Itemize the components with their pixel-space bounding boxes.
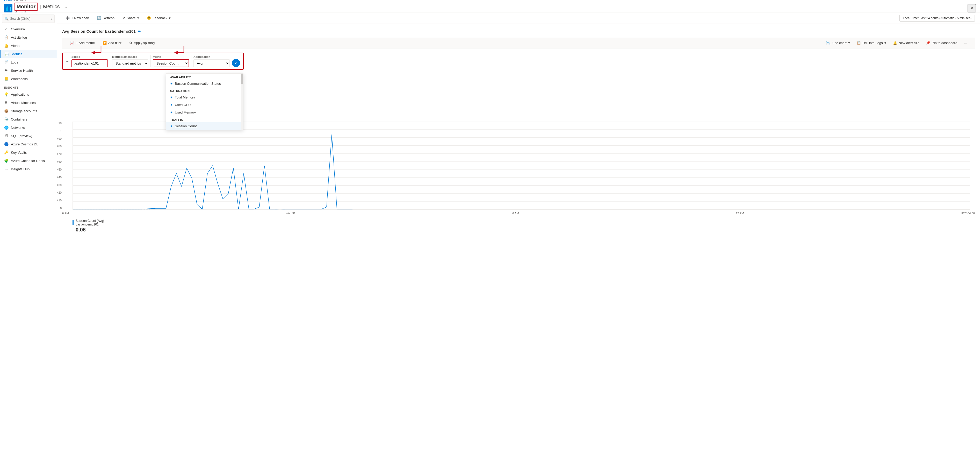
sidebar-item-containers[interactable]: 🐳 Containers bbox=[0, 115, 57, 123]
dropdown-category-saturation: SATURATION bbox=[166, 87, 243, 94]
time-range-button[interactable]: Local Time: Last 24 hours (Automatic - 5… bbox=[899, 15, 975, 22]
namespace-select[interactable]: Standard metrics bbox=[112, 59, 148, 67]
nav-icon-metrics: 📊 bbox=[5, 52, 9, 56]
collapse-button[interactable]: « bbox=[51, 17, 52, 21]
nav-label-containers: Containers bbox=[11, 117, 27, 121]
line-chart-button[interactable]: 📉 Line chart ▾ bbox=[823, 40, 853, 46]
title-bar: Home > Monitor Monitor | bbox=[0, 0, 980, 13]
add-metric-button[interactable]: 📈 + Add metric bbox=[67, 40, 98, 46]
dropdown-content: AVAILABILITY✦ Bastion Communication Stat… bbox=[166, 73, 243, 130]
new-alert-button[interactable]: 🔔 New alert rule bbox=[890, 40, 922, 46]
sidebar-item-alerts[interactable]: 🔔 Alerts bbox=[0, 41, 57, 50]
edit-title-button[interactable]: ✏ bbox=[138, 29, 141, 33]
sidebar-item-service-health[interactable]: ❤ Service Health bbox=[0, 66, 57, 75]
sidebar-item-metrics[interactable]: 📊 Metrics bbox=[0, 50, 57, 58]
metric-item-icon: ✦ bbox=[170, 103, 173, 107]
chart-canvas bbox=[73, 121, 970, 210]
add-metric-icon: 📈 bbox=[70, 41, 74, 45]
x-axis-label: 6 PM bbox=[62, 212, 69, 215]
nav-label-insights-hub: Insights Hub bbox=[11, 167, 30, 171]
metric-item-icon: ✦ bbox=[170, 82, 173, 86]
x-axis-label: UTC-04:00 bbox=[961, 212, 975, 215]
metric-item-icon: ✦ bbox=[170, 124, 173, 128]
scope-input[interactable] bbox=[72, 59, 108, 67]
drill-logs-button[interactable]: 📋 Drill into Logs ▾ bbox=[854, 40, 889, 46]
sidebar-item-workbooks[interactable]: 📒 Workbooks bbox=[0, 75, 57, 83]
feedback-button[interactable]: 🙂 Feedback ▾ bbox=[143, 14, 174, 22]
app-logo bbox=[4, 4, 13, 13]
x-axis-label: Wed 31 bbox=[286, 212, 296, 215]
metric-item-icon: ✦ bbox=[170, 96, 173, 99]
chart-title-row: Avg Session Count for bastiondemo101 ✏ bbox=[62, 29, 975, 33]
y-axis-label: 0.80 bbox=[57, 145, 62, 148]
metric-item-icon: ✦ bbox=[170, 111, 173, 114]
add-filter-button[interactable]: 🔽 Add filter bbox=[100, 40, 124, 46]
new-chart-button[interactable]: ➕ + New chart bbox=[62, 14, 93, 22]
main-layout: 🔍 « ○ Overview📋 Activity log🔔 Alerts📊 Me… bbox=[0, 13, 980, 459]
share-button[interactable]: ↗ Share ▾ bbox=[119, 14, 142, 22]
legend-series-sub: bastiondemo101 bbox=[76, 223, 104, 226]
metric-dropdown: AVAILABILITY✦ Bastion Communication Stat… bbox=[166, 73, 243, 130]
nav-label-redis: Azure Cache for Redis bbox=[11, 159, 45, 163]
dropdown-items: AVAILABILITY✦ Bastion Communication Stat… bbox=[166, 73, 243, 130]
dropdown-item-total-memory[interactable]: ✦ Total Memory bbox=[166, 94, 243, 101]
sidebar-item-cosmos-db[interactable]: 🔵 Azure Cosmos DB bbox=[0, 140, 57, 148]
chart-wrapper: ‹ › 1.1010.900.800.700.600.500.400.300.2… bbox=[62, 121, 975, 210]
nav-icon-redis: 🧩 bbox=[4, 159, 8, 163]
sidebar-item-key-vaults[interactable]: 🔑 Key Vaults bbox=[0, 148, 57, 156]
more-options-button[interactable]: ... bbox=[62, 3, 68, 10]
sidebar-item-sql-preview[interactable]: 🗄 SQL (preview) bbox=[0, 132, 57, 140]
y-axis-label: 0.30 bbox=[57, 183, 62, 186]
sidebar-item-logs[interactable]: 📄 Logs bbox=[0, 58, 57, 66]
nav-label-key-vaults: Key Vaults bbox=[11, 151, 27, 155]
dropdown-item-used-memory[interactable]: ✦ Used Memory bbox=[166, 108, 243, 116]
refresh-button[interactable]: 🔄 Refresh bbox=[94, 14, 118, 22]
sidebar-item-virtual-machines[interactable]: 🖥 Virtual Machines bbox=[0, 99, 57, 107]
add-metric-label: + Add metric bbox=[76, 41, 95, 45]
namespace-label: Metric Namespace bbox=[112, 55, 148, 58]
metric-select[interactable]: Session Count bbox=[153, 59, 189, 67]
close-button[interactable]: ✕ bbox=[967, 4, 976, 13]
line-chart-chevron: ▾ bbox=[848, 41, 850, 45]
pin-dashboard-button[interactable]: 📌 Pin to dashboard bbox=[923, 40, 960, 46]
page-name: Metrics bbox=[43, 4, 60, 10]
app-wrapper: Home > Monitor Monitor | bbox=[0, 0, 980, 459]
search-box: 🔍 « bbox=[2, 14, 55, 23]
dropdown-item-session-count[interactable]: ✦ Session Count bbox=[166, 122, 243, 130]
sidebar-item-networks[interactable]: 🌐 Networks bbox=[0, 123, 57, 132]
sidebar-item-applications[interactable]: 💡 Applications bbox=[0, 90, 57, 99]
nav-label-storage-accounts: Storage accounts bbox=[11, 109, 37, 113]
sidebar-item-overview[interactable]: ○ Overview bbox=[0, 25, 57, 33]
insights-list: 💡 Applications🖥 Virtual Machines📦 Storag… bbox=[0, 90, 57, 173]
nav-icon-containers: 🐳 bbox=[4, 117, 8, 121]
breadcrumb-home[interactable]: Home bbox=[4, 0, 13, 2]
nav-label-overview: Overview bbox=[11, 27, 25, 31]
add-filter-label: Add filter bbox=[108, 41, 121, 45]
refresh-icon: 🔄 bbox=[97, 16, 101, 20]
sidebar-item-storage-accounts[interactable]: 📦 Storage accounts bbox=[0, 107, 57, 115]
y-axis-label: 0 bbox=[57, 207, 62, 210]
aggregation-select[interactable]: Avg bbox=[194, 59, 230, 67]
nav-icon-virtual-machines: 🖥 bbox=[4, 100, 8, 105]
search-input[interactable] bbox=[10, 17, 49, 21]
nav-icon-key-vaults: 🔑 bbox=[4, 150, 8, 155]
legend-value: 0.06 bbox=[76, 227, 975, 233]
confirm-button[interactable]: ✓ bbox=[232, 59, 240, 67]
sidebar-item-redis[interactable]: 🧩 Azure Cache for Redis bbox=[0, 156, 57, 165]
apply-splitting-button[interactable]: ⚙ Apply splitting bbox=[126, 40, 158, 46]
sidebar-item-activity-log[interactable]: 📋 Activity log bbox=[0, 33, 57, 41]
scrollbar-thumb bbox=[241, 73, 243, 84]
nav-label-sql-preview: SQL (preview) bbox=[11, 134, 32, 138]
drill-logs-chevron: ▾ bbox=[885, 41, 886, 45]
chart-grid bbox=[73, 121, 970, 209]
sidebar: 🔍 « ○ Overview📋 Activity log🔔 Alerts📊 Me… bbox=[0, 13, 57, 459]
dropdown-item-used-cpu[interactable]: ✦ Used CPU bbox=[166, 101, 243, 108]
pin-label: Pin to dashboard bbox=[932, 41, 957, 45]
metric-item-label: Used Memory bbox=[175, 110, 196, 114]
time-range-label: Local Time: Last 24 hours (Automatic - 5… bbox=[903, 16, 972, 20]
new-alert-icon: 🔔 bbox=[893, 41, 897, 45]
nav-label-service-health: Service Health bbox=[11, 69, 33, 73]
sidebar-item-insights-hub[interactable]: ··· Insights Hub bbox=[0, 165, 57, 173]
more-actions-button[interactable]: ··· bbox=[961, 40, 970, 46]
dropdown-item-bastion-communication-status[interactable]: ✦ Bastion Communication Status bbox=[166, 80, 243, 87]
